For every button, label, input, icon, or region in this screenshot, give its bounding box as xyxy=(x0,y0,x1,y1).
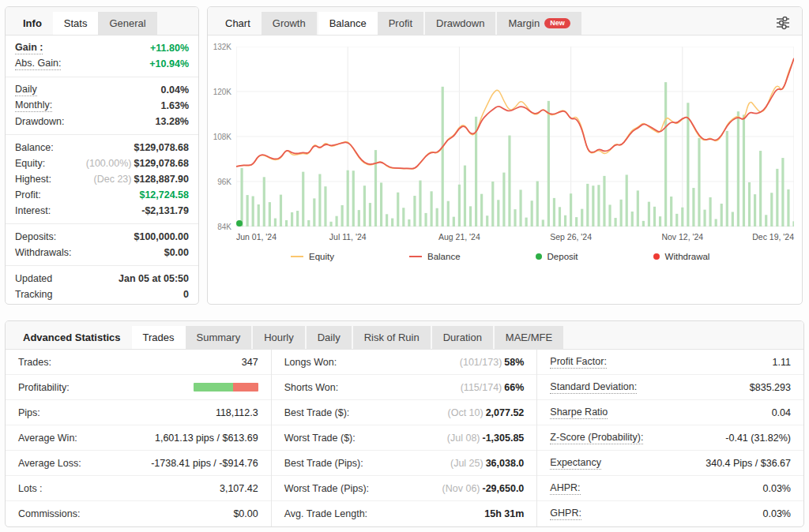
legend-withdrawal-swatch xyxy=(653,253,660,260)
info-tab-info[interactable]: Info xyxy=(12,12,53,35)
chart-plot-area[interactable] xyxy=(236,47,794,227)
legend-label: Equity xyxy=(309,252,334,261)
table-value: 340.4 Pips / $36.67 xyxy=(706,458,791,469)
chart-tab-chart[interactable]: Chart xyxy=(214,12,262,35)
profitability-win-segment xyxy=(194,383,234,392)
stat-group: Gain :+11.80%Abs. Gain:+10.94% xyxy=(6,36,198,77)
stat-value: $129,078.68 xyxy=(134,142,189,153)
stats-tab-risk-of-ruin[interactable]: Risk of Ruin xyxy=(353,326,431,349)
stats-tab-hourly[interactable]: Hourly xyxy=(253,326,305,349)
table-value: -0.41 (31.82%) xyxy=(725,433,791,444)
tab-label: Stats xyxy=(64,17,88,29)
chart-tabstrip: ChartGrowthBalanceProfitDrawdownMarginNe… xyxy=(208,7,802,36)
legend-balance[interactable]: Balance xyxy=(409,252,461,261)
table-row-profit-factor: Profit Factor:1.11 xyxy=(537,350,803,375)
stat-group: Deposits:$100,000.00Withdrawals:$0.00 xyxy=(6,223,198,265)
x-axis-label: Nov 12, '24 xyxy=(661,232,703,242)
table-label[interactable]: Expectancy xyxy=(550,457,601,470)
table-value: $0.00 xyxy=(233,508,258,519)
stat-label[interactable]: Gain : xyxy=(15,42,43,54)
stat-value: (Dec 23)$128,887.90 xyxy=(94,174,189,185)
table-value: 0.03% xyxy=(763,483,791,494)
tab-label: Chart xyxy=(225,17,250,29)
balance-chart[interactable]: 132K120K108K96K84K Jun 01, '24Jul 11, '2… xyxy=(208,36,802,268)
y-axis-label: 96K xyxy=(217,178,231,186)
chart-tab-margin[interactable]: MarginNew xyxy=(497,12,581,35)
table-label: Best Trade ($): xyxy=(284,407,350,418)
tab-label: Duration xyxy=(443,332,482,343)
stats-tab-mae-mfe[interactable]: MAE/MFE xyxy=(495,326,563,349)
table-row-best-trade: Best Trade ($):(Oct 10)2,077.52 xyxy=(272,400,537,425)
stats-tab-summary[interactable]: Summary xyxy=(186,326,252,349)
table-value: (115/174)66% xyxy=(461,382,525,393)
stats-column-2: Longs Won:(101/173)58%Shorts Won:(115/17… xyxy=(272,350,538,526)
stat-value: $12,724.58 xyxy=(139,189,189,200)
tab-label: Trades xyxy=(143,332,175,343)
chart-panel: ChartGrowthBalanceProfitDrawdownMarginNe… xyxy=(207,6,803,305)
tab-label: Balance xyxy=(329,17,367,29)
stats-tab-advanced-statistics[interactable]: Advanced Statistics xyxy=(12,326,132,349)
chart-settings-button[interactable] xyxy=(773,14,792,32)
stat-value: $100,000.00 xyxy=(134,231,189,242)
table-label: Average Win: xyxy=(18,433,77,444)
info-tab-stats[interactable]: Stats xyxy=(53,12,99,35)
table-label[interactable]: Standard Deviation: xyxy=(550,381,637,394)
stat-label[interactable]: Abs. Gain: xyxy=(15,58,61,70)
tab-label: MAE/MFE xyxy=(506,332,552,343)
table-label: Worst Trade ($): xyxy=(284,433,356,444)
chart-legend: EquityBalanceDepositWithdrawal xyxy=(291,245,802,268)
series-equity xyxy=(236,59,794,169)
tab-label: Drawdown xyxy=(436,17,484,29)
stats-column-1: Trades:347Profitability:Pips:118,112.3Av… xyxy=(6,350,272,526)
table-label[interactable]: Sharpe Ratio xyxy=(550,406,608,419)
y-axis-label: 120K xyxy=(213,88,231,96)
y-axis-label: 84K xyxy=(217,223,231,231)
deposit-marker xyxy=(236,220,243,227)
legend-withdrawal[interactable]: Withdrawal xyxy=(653,252,710,261)
stat-value: $0.00 xyxy=(164,247,189,258)
stat-row-highest: Highest:(Dec 23)$128,887.90 xyxy=(6,171,198,187)
table-row-best-trade-pips: Best Trade (Pips):(Jul 25)36,038.0 xyxy=(272,451,537,476)
tab-label: Margin xyxy=(508,17,540,29)
table-row-commissions: Commissions:$0.00 xyxy=(6,501,271,526)
table-label[interactable]: Z-Score (Probability): xyxy=(550,432,643,444)
table-row-average-win: Average Win:1,601.13 pips / $613.69 xyxy=(6,425,271,451)
stat-value: 0 xyxy=(183,289,189,300)
chart-tab-profit[interactable]: Profit xyxy=(378,12,423,35)
table-label: Worst Trade (Pips): xyxy=(284,483,369,494)
stat-label[interactable]: Monthly: xyxy=(15,99,52,112)
stats-tab-daily[interactable]: Daily xyxy=(307,326,352,349)
account-info-panel: InfoStatsGeneral Gain :+11.80%Abs. Gain:… xyxy=(5,6,199,305)
stat-value: 1.63% xyxy=(161,100,189,111)
info-tab-general[interactable]: General xyxy=(98,12,156,35)
chart-tab-drawdown[interactable]: Drawdown xyxy=(425,12,495,35)
stat-value: (100.00%)$129,078.68 xyxy=(86,158,189,169)
table-row-average-loss: Average Loss:-1738.41 pips / -$914.76 xyxy=(6,451,271,476)
chart-tab-balance[interactable]: Balance xyxy=(318,12,378,35)
stats-tab-trades[interactable]: Trades xyxy=(132,326,186,349)
tab-label: General xyxy=(109,17,145,29)
stat-row-equity: Equity:(100.00%)$129,078.68 xyxy=(6,155,198,171)
x-axis-label: Aug 21, '24 xyxy=(438,232,480,242)
legend-deposit[interactable]: Deposit xyxy=(536,252,578,261)
table-value-prefix: (Jul 08) xyxy=(447,433,480,444)
stat-label[interactable]: Daily xyxy=(15,84,37,96)
legend-balance-swatch xyxy=(409,256,422,257)
stat-value: 13.28% xyxy=(156,116,189,127)
stat-value: Jan 05 at 05:50 xyxy=(119,273,189,284)
table-label: Profitability: xyxy=(18,382,70,393)
chart-tab-growth[interactable]: Growth xyxy=(262,12,317,35)
legend-label: Withdrawal xyxy=(665,252,710,261)
table-value: 347 xyxy=(242,357,258,368)
stat-label: Tracking xyxy=(15,289,52,300)
table-label[interactable]: AHPR: xyxy=(550,482,580,495)
x-axis: Jun 01, '24Jul 11, '24Aug 21, '24Sep 26,… xyxy=(236,227,794,245)
stats-tab-duration[interactable]: Duration xyxy=(432,326,493,349)
table-value: (Jul 25)36,038.0 xyxy=(450,458,524,469)
table-label[interactable]: Profit Factor: xyxy=(550,356,607,369)
table-label[interactable]: GHPR: xyxy=(550,508,581,520)
stat-label: Balance: xyxy=(15,142,54,153)
stat-row-tracking: Tracking0 xyxy=(6,287,198,302)
legend-equity[interactable]: Equity xyxy=(291,252,334,261)
stat-row-monthly: Monthly:1.63% xyxy=(6,98,198,114)
